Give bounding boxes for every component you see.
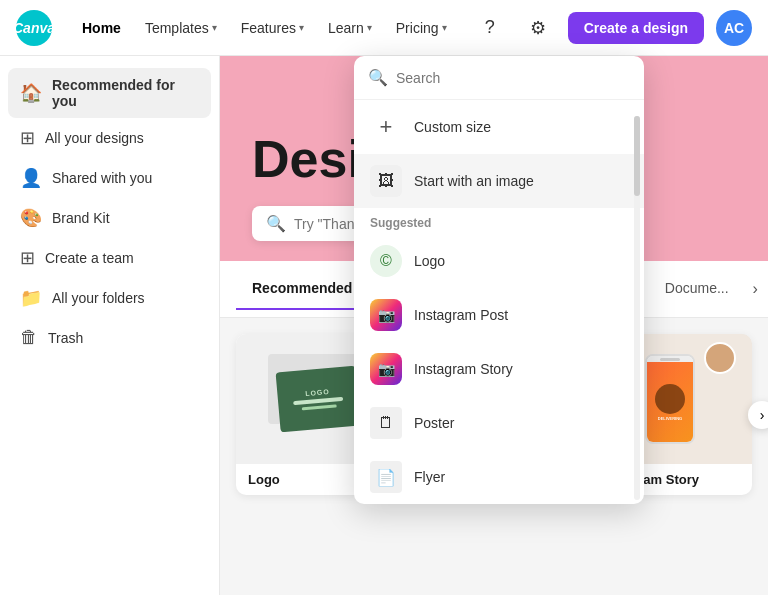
sidebar-item-label: Create a team [45,250,134,266]
canva-logo[interactable]: Canva [16,10,52,46]
logo-label: Logo [414,253,445,269]
dropdown-start-image[interactable]: 🖼 Start with an image [354,154,644,208]
dropdown-poster[interactable]: 🗒 Poster [354,396,644,450]
nav-learn[interactable]: Learn ▾ [318,14,382,42]
nav-links: Home Templates ▾ Features ▾ Learn ▾ Pric… [72,14,472,42]
dropdown-search-icon: 🔍 [368,68,388,87]
sidebar-item-label: Recommended for you [52,77,199,109]
sidebar-item-label: Brand Kit [52,210,110,226]
dropdown-custom-size[interactable]: + Custom size [354,100,644,154]
sidebar-item-folders[interactable]: 📁 All your folders [8,278,211,318]
poster-label: Poster [414,415,454,431]
settings-button[interactable]: ⚙ [520,10,556,46]
poster-icon: 🗒 [370,407,402,439]
create-dropdown: 🔍 + Custom size 🖼 Start with an image Su… [354,56,644,504]
custom-size-label: Custom size [414,119,491,135]
learn-chevron: ▾ [367,22,372,33]
instagram-post-icon: 📷 [370,299,402,331]
instagram-story-icon: 📷 [370,353,402,385]
instagram-post-label: Instagram Post [414,307,508,323]
scrollbar-track [634,116,640,500]
nav-pricing[interactable]: Pricing ▾ [386,14,457,42]
folder-icon: 📁 [20,287,42,309]
help-button[interactable]: ? [472,10,508,46]
logo-icon: © [370,245,402,277]
dropdown-search-input[interactable] [396,70,630,86]
flyer-label: Flyer [414,469,445,485]
sidebar-item-create-team[interactable]: ⊞ Create a team [8,238,211,278]
pricing-chevron: ▾ [442,22,447,33]
scrollbar-thumb[interactable] [634,116,640,196]
sidebar-item-label: Shared with you [52,170,152,186]
templates-chevron: ▾ [212,22,217,33]
avatar[interactable]: AC [716,10,752,46]
sidebar-item-all-designs[interactable]: ⊞ All your designs [8,118,211,158]
plus-icon: + [370,111,402,143]
dropdown-flyer[interactable]: 📄 Flyer [354,450,644,504]
image-icon: 🖼 [370,165,402,197]
flyer-icon: 📄 [370,461,402,493]
dropdown-suggested-label: Suggested [354,208,644,234]
dropdown-instagram-story[interactable]: 📷 Instagram Story [354,342,644,396]
sidebar: 🏠 Recommended for you ⊞ All your designs… [0,56,220,595]
team-icon: ⊞ [20,247,35,269]
dropdown-logo[interactable]: © Logo [354,234,644,288]
nav-templates[interactable]: Templates ▾ [135,14,227,42]
dropdown-search-row: 🔍 [354,56,644,100]
person-icon: 👤 [20,167,42,189]
nav-features[interactable]: Features ▾ [231,14,314,42]
cards-next-button[interactable]: › [748,401,768,429]
sidebar-item-trash[interactable]: 🗑 Trash [8,318,211,357]
sidebar-item-shared[interactable]: 👤 Shared with you [8,158,211,198]
features-chevron: ▾ [299,22,304,33]
nav-home[interactable]: Home [72,14,131,42]
phone-visual: DELIVERING [645,354,695,444]
brand-icon: 🎨 [20,207,42,229]
navbar: Canva Home Templates ▾ Features ▾ Learn … [0,0,768,56]
trash-icon: 🗑 [20,327,38,348]
logo-preview: LOGO [276,366,361,433]
sidebar-item-label: Trash [48,330,83,346]
tab-recommended[interactable]: Recommended [236,268,368,310]
search-icon: 🔍 [266,214,286,233]
home-icon: 🏠 [20,82,42,104]
tabs-more-button[interactable]: › [745,268,766,310]
dropdown-instagram-post[interactable]: 📷 Instagram Post [354,288,644,342]
logo-text: Canva [13,20,55,36]
sidebar-item-label: All your designs [45,130,144,146]
sidebar-item-brand[interactable]: 🎨 Brand Kit [8,198,211,238]
tab-documents[interactable]: Docume... [649,268,745,310]
sidebar-item-label: All your folders [52,290,145,306]
instagram-story-label: Instagram Story [414,361,513,377]
nav-right: ? ⚙ Create a design AC [472,10,752,46]
sidebar-item-recommended[interactable]: 🏠 Recommended for you [8,68,211,118]
grid-icon: ⊞ [20,127,35,149]
start-with-image-label: Start with an image [414,173,534,189]
create-design-button[interactable]: Create a design [568,12,704,44]
